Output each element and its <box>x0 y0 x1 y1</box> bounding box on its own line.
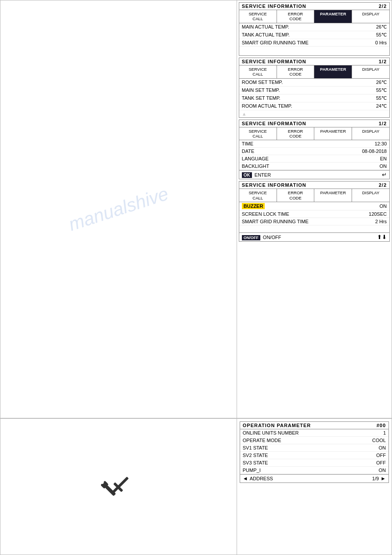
card3-row-4: BACKLIGHT ON <box>239 163 389 170</box>
card4-footer: ON/OFF ON/OFF ⬆⬇ <box>239 232 389 241</box>
op-row-2: OPERATE MODE COOL <box>240 437 388 444</box>
card4-empty <box>239 225 389 232</box>
value-online-units: 1 <box>383 430 386 435</box>
value-smart-grid-2: 2 Hrs <box>375 219 387 224</box>
label-language: LANGUAGE <box>242 156 269 161</box>
value-address-page: 1/9 <box>372 476 379 481</box>
tab-parameter-4[interactable]: PARAMETER <box>314 189 352 202</box>
value-backlight: ON <box>380 163 387 169</box>
tab-error-code-4[interactable]: ERRORCODE <box>277 189 315 202</box>
tab-parameter-1[interactable]: PARAMETER <box>314 10 352 23</box>
value-room-set-temp: 26℃ <box>376 80 387 85</box>
tab-service-call-4[interactable]: SERVICECALL <box>239 189 277 202</box>
btn-onoff[interactable]: ON/OFF <box>242 235 260 240</box>
footer-ok-enter: OK ENTER <box>242 172 271 178</box>
service-card-4: SERVICE INFORMATION 2/2 SERVICECALL ERRO… <box>239 181 390 242</box>
label-smart-grid-1: SMART GRID RUNNING TIME <box>242 40 309 45</box>
value-date: 08-08-2018 <box>362 149 387 154</box>
op-row-4: SV2 STATE OFF <box>240 452 388 459</box>
value-sv1-state: ON <box>379 445 386 450</box>
card4-page: 2/2 <box>379 182 387 188</box>
card2-page: 1/2 <box>379 59 387 64</box>
card2-title: SERVICE INFORMATION <box>242 59 306 64</box>
card4-title: SERVICE INFORMATION <box>242 182 306 188</box>
card4-row-1: BUZZER ON <box>239 202 389 210</box>
value-main-set-temp: 55℃ <box>376 87 387 93</box>
card1-title: SERVICE INFORMATION <box>242 4 306 9</box>
tab-parameter-2[interactable]: PARAMETER <box>314 65 352 78</box>
card3-page: 1/2 <box>379 121 387 126</box>
label-room-set-temp: ROOM SET TEMP. <box>242 80 283 85</box>
card3-tabs: SERVICECALL ERRORCODE PARAMETER DISPLAY <box>239 127 389 141</box>
value-screen-lock: 120SEC <box>369 211 387 217</box>
label-main-set-temp: MAIN SET TEMP. <box>242 87 280 93</box>
card3-row-1: TIME 12:30 <box>239 140 389 148</box>
label-online-units: ONLINE UNITS NUMBER <box>243 430 299 435</box>
label-operate-mode: OPERATE MODE <box>243 438 281 443</box>
card4-header: SERVICE INFORMATION 2/2 <box>239 181 389 189</box>
value-room-actual-temp: 24℃ <box>376 103 387 109</box>
watermark: manualshive <box>66 183 171 236</box>
wrench-cross-icon <box>101 469 136 504</box>
card2-empty-row: ▲ <box>239 110 389 117</box>
op-row-5: SV3 STATE OFF <box>240 459 388 467</box>
value-tank-actual-temp: 55℃ <box>376 32 387 38</box>
tab-display-4[interactable]: DISPLAY <box>352 189 389 202</box>
label-tank-actual-temp: TANK ACTUAL TEMP. <box>242 32 290 38</box>
card2-row-1: ROOM SET TEMP. 26℃ <box>239 79 389 87</box>
label-backlight: BACKLIGHT <box>242 163 269 169</box>
label-main-actual-temp: MAIN ACTUAL TEMP. <box>242 24 289 30</box>
tab-error-code-3[interactable]: ERRORCODE <box>277 127 315 140</box>
service-card-3: SERVICE INFORMATION 1/2 SERVICECALL ERRO… <box>239 120 390 180</box>
value-sv3-state: OFF <box>376 460 386 465</box>
tab-service-call-2[interactable]: SERVICECALL <box>239 65 277 78</box>
label-buzzer: BUZZER <box>242 203 265 209</box>
label-address: ADDRESS <box>250 476 273 481</box>
tab-service-call-1[interactable]: SERVICECALL <box>239 10 277 23</box>
card3-row-3: LANGUAGE EN <box>239 155 389 163</box>
arrow-enter: ↵ <box>382 171 387 178</box>
card1-header: SERVICE INFORMATION 2/2 <box>239 3 389 10</box>
arrow-right-icon[interactable]: ► <box>381 475 386 482</box>
tab-display-1[interactable]: DISPLAY <box>352 10 389 23</box>
tab-parameter-3[interactable]: PARAMETER <box>314 127 352 140</box>
value-sv2-state: OFF <box>376 453 386 458</box>
value-main-actual-temp: 26℃ <box>376 24 387 30</box>
arrow-left-icon[interactable]: ◄ <box>243 475 248 482</box>
tab-display-2[interactable]: DISPLAY <box>352 65 389 78</box>
label-screen-lock: SCREEN LOCK TIME <box>242 211 289 217</box>
card1-tabs: SERVICECALL ERRORCODE PARAMETER DISPLAY <box>239 10 389 23</box>
op-card: OPERATION PARAMETER #00 ONLINE UNITS NUM… <box>240 421 389 483</box>
btn-ok[interactable]: OK <box>242 172 252 178</box>
card3-title: SERVICE INFORMATION <box>242 121 306 126</box>
tab-display-3[interactable]: DISPLAY <box>352 127 389 140</box>
value-tank-set-temp: 55℃ <box>376 95 387 101</box>
tab-error-code-2[interactable]: ERRORCODE <box>277 65 315 78</box>
op-title: OPERATION PARAMETER <box>243 423 311 428</box>
footer-address: ◄ ADDRESS <box>243 475 273 482</box>
card1-row-1: MAIN ACTUAL TEMP. 26℃ <box>239 23 389 31</box>
card4-row-3: SMART GRID RUNNING TIME 2 Hrs <box>239 218 389 225</box>
label-sv3-state: SV3 STATE <box>243 460 268 465</box>
bottom-right-panel: OPERATION PARAMETER #00 ONLINE UNITS NUM… <box>237 419 392 555</box>
op-row-6: PUMP_I ON <box>240 467 388 474</box>
card1-empty-row <box>239 47 389 55</box>
value-time: 12:30 <box>374 141 387 146</box>
tab-service-call-3[interactable]: SERVICECALL <box>239 127 277 140</box>
card2-row-2: MAIN SET TEMP. 55℃ <box>239 87 389 94</box>
bottom-left-panel <box>0 419 237 555</box>
op-page: #00 <box>377 423 386 428</box>
svg-rect-4 <box>111 476 129 494</box>
label-room-actual-temp: ROOM ACTUAL TEMP. <box>242 103 292 109</box>
service-card-1: SERVICE INFORMATION 2/2 SERVICECALL ERRO… <box>239 2 390 56</box>
footer-address-page: 1/9 ► <box>372 475 386 482</box>
card4-tabs: SERVICECALL ERRORCODE PARAMETER DISPLAY <box>239 189 389 202</box>
card2-row-3: TANK SET TEMP. 55℃ <box>239 94 389 102</box>
card3-header: SERVICE INFORMATION 1/2 <box>239 120 389 127</box>
label-smart-grid-2: SMART GRID RUNNING TIME <box>242 219 309 224</box>
op-footer: ◄ ADDRESS 1/9 ► <box>240 474 388 482</box>
tab-error-code-1[interactable]: ERRORCODE <box>277 10 315 23</box>
label-time: TIME <box>242 141 253 146</box>
value-language: EN <box>380 156 387 161</box>
right-top-panel: SERVICE INFORMATION 2/2 SERVICECALL ERRO… <box>237 0 392 418</box>
